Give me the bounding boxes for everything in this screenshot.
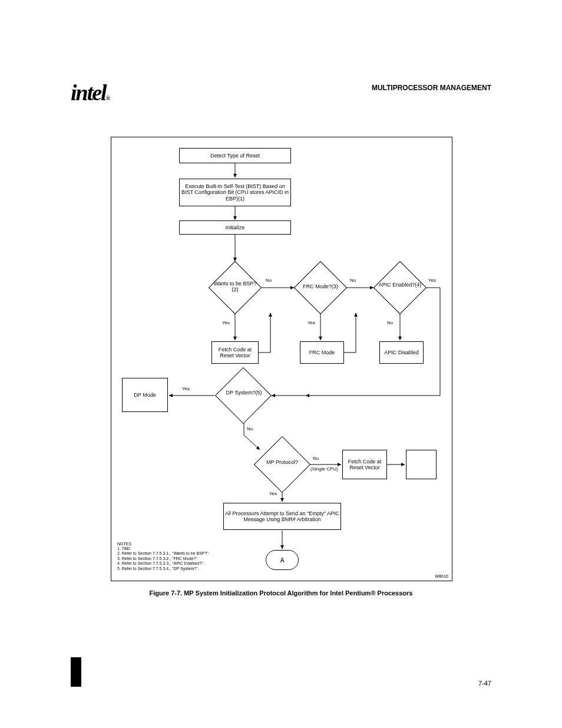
- page: intel® MULTIPROCESSOR MANAGEMENT: [0, 0, 562, 728]
- edge-d5-no: No: [313, 456, 319, 461]
- node-fetch-code-b: Fetch Code at Reset Vector: [342, 450, 387, 479]
- label-mp-protocol-q: MP Protocol?: [259, 459, 306, 465]
- figure-caption: Figure 7-7. MP System Initialization Pro…: [0, 589, 562, 597]
- intel-logo: intel®: [71, 80, 109, 106]
- figure-id: MB610: [435, 574, 448, 578]
- node-detect-reset: Detect Type of Reset: [179, 148, 291, 163]
- edge-d2-yes: Yes: [308, 320, 315, 325]
- label-apic-enabled-q: APIC Enabled?(4): [378, 282, 422, 288]
- node-terminal-a: A: [266, 550, 299, 570]
- edge-d2-no: No: [350, 278, 356, 283]
- figure-frame: Detect Type of Reset Execute Built-In Se…: [111, 137, 452, 581]
- edge-d4-yes: Yes: [182, 386, 190, 391]
- node-attempt-bnr: All Processors Attempt to Send an "Empty…: [223, 503, 341, 530]
- sidebar-tab-icon: [71, 657, 81, 687]
- node-frc-mode-a: FRC Mode: [300, 341, 344, 364]
- edge-d1-yes: Yes: [222, 320, 230, 325]
- label-dp-system-q: DP System?(5): [220, 390, 267, 396]
- node-apic-disabled: APIC Disabled: [379, 341, 424, 364]
- node-initialize: Initialize: [179, 220, 291, 235]
- node-fetch-code-a: Fetch Code at Reset Vector: [211, 341, 259, 364]
- node-execute-bist: Execute Built-In Self-Test (BIST) Based …: [179, 179, 291, 206]
- edge-d5-yes: Yes: [269, 491, 277, 496]
- label-frc-mode-q: FRC Mode?(3): [299, 284, 342, 289]
- edge-single-cpu: (Single CPU): [310, 466, 338, 472]
- edge-d3-yes: Yes: [428, 278, 436, 283]
- page-header: MULTIPROCESSOR MANAGEMENT: [372, 84, 491, 92]
- figure-notes: NOTES 1. TBD. 2. Refer to Section 7.7.5.…: [117, 542, 210, 571]
- edge-d3-no: No: [387, 320, 393, 325]
- label-want-bsp: Wants to be BSP?(2): [211, 281, 259, 293]
- edge-d1-no: No: [266, 278, 272, 283]
- edge-d4-no: No: [247, 426, 253, 431]
- logo-mark: ®: [106, 95, 109, 101]
- page-number: 7-47: [478, 680, 491, 687]
- node-dp-mode: DP Mode: [122, 378, 168, 412]
- node-fetch-code-b-ext: [406, 450, 437, 479]
- logo-text: intel: [71, 80, 106, 105]
